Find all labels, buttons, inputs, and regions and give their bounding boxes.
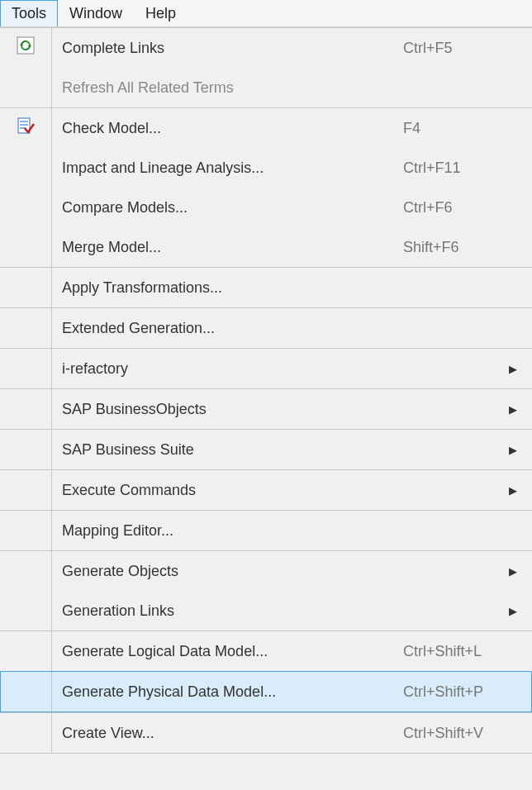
menu-complete-links[interactable]: Complete Links Ctrl+F5 (52, 28, 532, 68)
menu-generation-links[interactable]: Generation Links ▶ (52, 591, 532, 631)
menu-create-view[interactable]: Create View... Ctrl+Shift+V (52, 713, 532, 753)
menu-label: Check Model... (62, 120, 393, 137)
menu-label: Generation Links (62, 602, 509, 620)
menu-label: Generate Logical Data Model... (62, 643, 393, 660)
menu-shortcut: Ctrl+Shift+P (393, 683, 517, 701)
menu-compare-models[interactable]: Compare Models... Ctrl+F6 (52, 188, 532, 227)
menu-refresh-terms: Refresh All Related Terms (52, 68, 532, 107)
menu-check-model[interactable]: Check Model... F4 (52, 108, 532, 148)
menu-i-refactory[interactable]: i-refactory ▶ (52, 349, 532, 388)
menu-shortcut: Ctrl+Shift+V (393, 725, 517, 742)
menu-label: Refresh All Related Terms (62, 79, 517, 97)
gutter (0, 713, 52, 753)
gutter (0, 631, 52, 671)
submenu-arrow-icon: ▶ (509, 403, 517, 416)
gutter (0, 389, 52, 429)
submenu-arrow-icon: ▶ (509, 484, 517, 497)
menubar-help[interactable]: Help (134, 0, 188, 26)
menu-shortcut: Ctrl+F6 (393, 199, 517, 217)
menu-label: Mapping Editor... (62, 522, 517, 540)
menu-generate-physical[interactable]: Generate Physical Data Model... Ctrl+Shi… (0, 671, 532, 712)
menu-generate-objects[interactable]: Generate Objects ▶ (52, 551, 532, 591)
menu-shortcut: Ctrl+Shift+L (393, 643, 517, 660)
menu-label: Apply Transformations... (62, 279, 517, 297)
menu-label: i-refactory (62, 360, 509, 378)
menu-impact-lineage[interactable]: Impact and Lineage Analysis... Ctrl+F11 (52, 148, 532, 188)
menu-shortcut: Shift+F6 (393, 239, 517, 256)
menu-generate-logical[interactable]: Generate Logical Data Model... Ctrl+Shif… (52, 631, 532, 671)
menu-merge-model[interactable]: Merge Model... Shift+F6 (52, 227, 532, 267)
menu-mapping-editor[interactable]: Mapping Editor... (52, 511, 532, 550)
submenu-arrow-icon: ▶ (509, 444, 517, 456)
gutter (0, 551, 52, 591)
menu-sap-business-suite[interactable]: SAP Business Suite ▶ (52, 430, 532, 469)
menu-label: Create View... (62, 725, 393, 742)
separator (0, 753, 532, 754)
menubar: Tools Window Help (0, 0, 532, 27)
gutter (0, 108, 52, 267)
gutter (1, 672, 52, 711)
gutter (0, 268, 52, 307)
menubar-tools[interactable]: Tools (0, 0, 58, 26)
gutter (0, 430, 52, 469)
menu-apply-transformations[interactable]: Apply Transformations... (52, 268, 532, 307)
submenu-arrow-icon: ▶ (509, 565, 517, 578)
menu-label: Execute Commands (62, 482, 509, 499)
gutter (0, 511, 52, 550)
gutter (0, 349, 52, 388)
menu-label: Complete Links (62, 40, 393, 57)
submenu-arrow-icon: ▶ (509, 363, 517, 375)
submenu-arrow-icon: ▶ (509, 605, 517, 617)
check-model-icon (17, 117, 35, 135)
menubar-window[interactable]: Window (58, 0, 134, 26)
menu-extended-generation[interactable]: Extended Generation... (52, 308, 532, 348)
menu-shortcut: Ctrl+F5 (393, 40, 517, 57)
menu-shortcut: F4 (393, 120, 517, 137)
menu-sap-businessobjects[interactable]: SAP BusinessObjects ▶ (52, 389, 532, 429)
menu-label: Impact and Lineage Analysis... (62, 159, 393, 177)
menu-label: Extended Generation... (62, 320, 517, 337)
menu-label: SAP BusinessObjects (62, 401, 509, 418)
menu-label: SAP Business Suite (62, 441, 509, 459)
menu-shortcut: Ctrl+F11 (393, 159, 517, 177)
refresh-links-icon (17, 36, 35, 55)
svg-rect-4 (20, 121, 28, 122)
svg-rect-5 (20, 124, 28, 126)
menu-label: Generate Objects (62, 563, 509, 580)
gutter (0, 591, 52, 631)
tools-dropdown: Complete Links Ctrl+F5 Refresh All Relat… (0, 27, 532, 754)
menu-label: Compare Models... (62, 199, 393, 217)
gutter (0, 308, 52, 348)
menu-label: Merge Model... (62, 239, 393, 256)
menu-label: Generate Physical Data Model... (62, 683, 393, 701)
gutter (0, 470, 52, 510)
menu-execute-commands[interactable]: Execute Commands ▶ (52, 470, 532, 510)
gutter (0, 28, 52, 107)
